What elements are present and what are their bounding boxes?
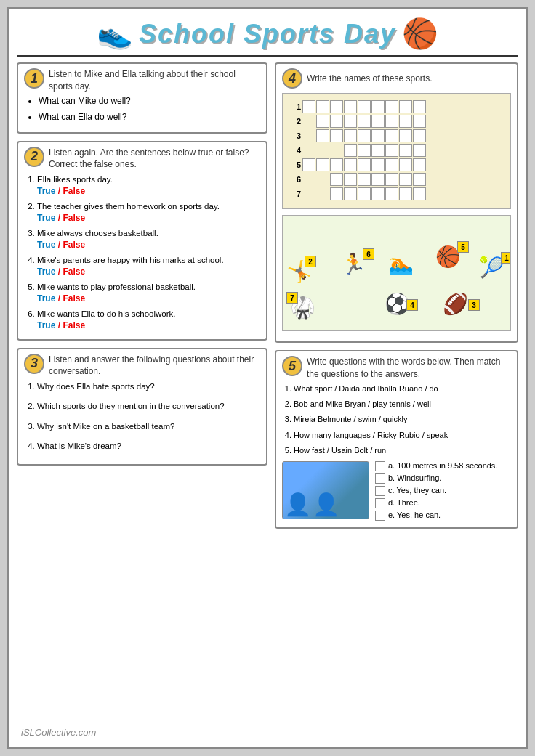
cw-cell[interactable] — [358, 173, 371, 186]
cw-cell[interactable] — [371, 173, 385, 186]
cw-cell[interactable] — [371, 187, 385, 200]
page: 👟 School Sports Day 🏀 1 Listen to Mike a… — [7, 7, 528, 749]
cw-cell[interactable] — [344, 115, 357, 128]
cw-cell[interactable] — [316, 100, 329, 113]
cw-cell[interactable] — [413, 158, 426, 171]
cw-cell[interactable] — [399, 129, 412, 142]
section-2-title: Listen again. Are the sentences below tr… — [49, 147, 260, 171]
answer-checkbox-e[interactable] — [375, 511, 385, 521]
cw-cell[interactable] — [385, 173, 398, 186]
cw-cell[interactable] — [358, 144, 371, 157]
cw-cell[interactable] — [358, 100, 371, 113]
section-4-box: 4 Write the names of these sports. 1 — [275, 62, 518, 343]
cw-spacer — [316, 187, 329, 200]
cw-cell[interactable] — [385, 115, 398, 128]
cw-cell[interactable] — [330, 115, 343, 128]
cw-cell[interactable] — [330, 158, 343, 171]
cw-label-4: 4 — [289, 146, 301, 155]
answer-checkbox-a[interactable] — [375, 461, 385, 471]
answer-checkbox-b[interactable] — [375, 473, 385, 484]
tf-answer-4: True / False — [37, 266, 260, 278]
cw-label-3: 3 — [289, 131, 301, 140]
cw-cell[interactable] — [358, 129, 371, 142]
cw-row-1: 1 — [289, 100, 504, 113]
tf-item-3: Mike always chooses basketball. True / F… — [37, 227, 260, 251]
q5-item-4: How many languages / Ricky Rubio / speak — [294, 430, 511, 441]
cw-spacer — [316, 173, 329, 186]
cw-cell[interactable] — [399, 173, 412, 186]
section-1-title: Listen to Mike and Ella talking about th… — [49, 68, 260, 93]
shoe-right-icon: 🏀 — [402, 17, 438, 51]
cw-cell[interactable] — [371, 158, 385, 171]
cw-cell[interactable] — [344, 187, 357, 200]
cw-spacer — [302, 115, 315, 128]
cw-spacer — [330, 144, 343, 157]
tf-answer-1: True / False — [37, 185, 260, 198]
cw-cell[interactable] — [385, 100, 398, 113]
cw-label-1: 1 — [289, 102, 301, 111]
cw-row-5: 5 — [289, 158, 504, 171]
cw-cell[interactable] — [302, 100, 315, 113]
section-3-title: Listen and answer the following question… — [49, 354, 260, 378]
cw-cell[interactable] — [330, 187, 343, 200]
section-5-number: 5 — [282, 356, 302, 376]
cw-cell[interactable] — [371, 100, 385, 113]
cw-cell[interactable] — [385, 129, 398, 142]
section-4-number: 4 — [282, 68, 302, 89]
watermark: iSLCollective.com — [21, 727, 96, 738]
cw-cell[interactable] — [330, 129, 343, 142]
cw-cell[interactable] — [385, 187, 398, 200]
cw-row-4: 4 — [289, 144, 504, 157]
cw-cell[interactable] — [316, 158, 329, 171]
cw-cell[interactable] — [399, 100, 412, 113]
cw-cell[interactable] — [371, 144, 385, 157]
cw-cell[interactable] — [385, 144, 398, 157]
cw-cell[interactable] — [330, 100, 343, 113]
cw-row-6: 6 — [289, 173, 504, 186]
cw-cell[interactable] — [302, 158, 315, 171]
cw-cell[interactable] — [413, 100, 426, 113]
answer-item-c: c. Yes, they can. — [375, 486, 511, 496]
cw-cell[interactable] — [399, 144, 412, 157]
cw-cell[interactable] — [344, 158, 357, 171]
cw-cell[interactable] — [358, 115, 371, 128]
cw-spacer — [302, 129, 315, 142]
section-1-header: 1 Listen to Mike and Ella talking about … — [24, 68, 260, 93]
cw-cell[interactable] — [344, 129, 357, 142]
answer-checkbox-c[interactable] — [375, 486, 385, 496]
cw-cell[interactable] — [316, 115, 329, 128]
cw-cell[interactable] — [399, 115, 412, 128]
shoe-left-icon: 👟 — [97, 17, 133, 51]
answers-list: a. 100 metres in 9.58 seconds. b. Windsu… — [375, 461, 511, 523]
answer-checkbox-d[interactable] — [375, 498, 385, 508]
section-5-questions: What sport / Daida and Iballa Ruano / do… — [294, 383, 511, 457]
cw-spacer — [302, 144, 315, 157]
answer-label-a: a. 100 metres in 9.58 seconds. — [388, 461, 497, 470]
cw-cell[interactable] — [371, 129, 385, 142]
sport-num-1: 1 — [501, 252, 511, 264]
answer-label-b: b. Windsurfing. — [388, 473, 441, 482]
cw-cell[interactable] — [316, 129, 329, 142]
q5-item-1: What sport / Daida and Iballa Ruano / do — [294, 383, 511, 394]
q3-item-1: Why does Ella hate sports day? — [37, 381, 260, 393]
cw-cell[interactable] — [358, 187, 371, 200]
cw-cell[interactable] — [371, 115, 385, 128]
cw-cell[interactable] — [344, 173, 357, 186]
cw-cell[interactable] — [413, 173, 426, 186]
q5-item-5: How fast / Usain Bolt / run — [294, 445, 511, 456]
cw-cell[interactable] — [344, 144, 357, 157]
section-3-number: 3 — [24, 354, 44, 374]
cw-cell[interactable] — [413, 187, 426, 200]
cw-cell[interactable] — [399, 187, 412, 200]
cw-cell[interactable] — [399, 158, 412, 171]
tf-answer-5: True / False — [37, 293, 260, 305]
answer-item-d: d. Three. — [375, 498, 511, 508]
cw-cell[interactable] — [358, 158, 371, 171]
cw-cell[interactable] — [413, 144, 426, 157]
cw-cell[interactable] — [413, 115, 426, 128]
cw-cell[interactable] — [330, 173, 343, 186]
cw-cell[interactable] — [385, 158, 398, 171]
section-5-header: 5 Write questions with the words below. … — [282, 356, 511, 381]
cw-cell[interactable] — [344, 100, 357, 113]
cw-cell[interactable] — [413, 129, 426, 142]
